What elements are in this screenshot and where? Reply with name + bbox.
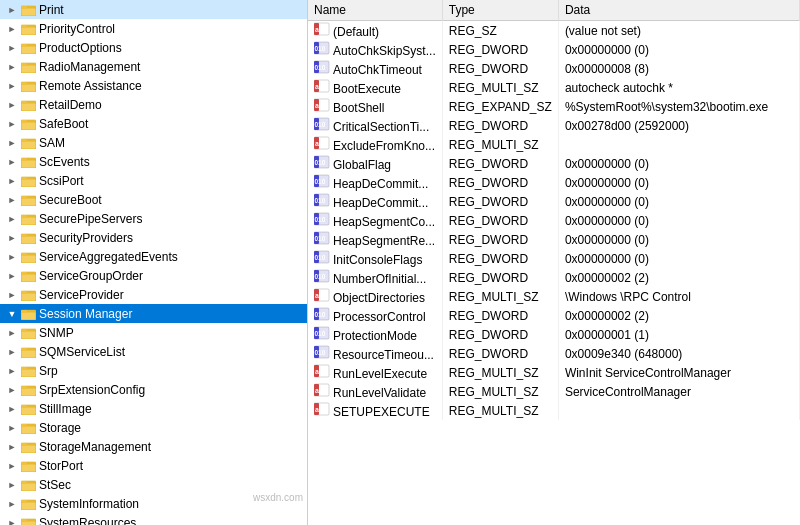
tree-item[interactable]: ► SecurePipeServers [0,209,307,228]
tree-item-label: ScEvents [39,155,90,169]
expand-icon[interactable]: ► [4,97,20,113]
folder-icon [20,439,36,455]
expand-icon[interactable]: ► [4,230,20,246]
folder-icon [20,306,36,322]
table-row[interactable]: 010 CriticalSectionTi...REG_DWORD0x00278… [308,116,800,135]
svg-rect-134 [21,500,27,503]
value-name-text: HeapDeCommit... [333,177,428,191]
expand-icon[interactable]: ► [4,21,20,37]
table-row[interactable]: ab SETUPEXECUTEREG_MULTI_SZ [308,401,800,420]
table-row[interactable]: ab ObjectDirectoriesREG_MULTI_SZ\Windows… [308,287,800,306]
tree-item[interactable]: ► ServiceAggregatedEvents [0,247,307,266]
tree-item[interactable]: ► Srp [0,361,307,380]
column-header[interactable]: Data [558,0,799,21]
tree-item[interactable]: ▼ Session Manager [0,304,307,323]
tree-item[interactable]: ► SAM [0,133,307,152]
tree-item-label: SQMServiceList [39,345,125,359]
svg-rect-114 [21,424,27,427]
tree-item[interactable]: ► PriorityControl [0,19,307,38]
table-row[interactable]: 010 HeapDeCommit...REG_DWORD0x00000000 (… [308,192,800,211]
value-data: 0x00000000 (0) [558,249,799,268]
expand-icon[interactable]: ► [4,59,20,75]
value-data: autocheck autochk * [558,78,799,97]
tree-item[interactable]: ► Storage [0,418,307,437]
tree-item[interactable]: ► ScsiPort [0,171,307,190]
value-type: REG_EXPAND_SZ [442,97,558,116]
value-name: 010 GlobalFlag [308,154,442,173]
table-row[interactable]: ab (Default)REG_SZ(value not set) [308,21,800,41]
svg-text:010: 010 [315,178,326,185]
tree-pane[interactable]: ► Print► PriorityControl► ProductOptions… [0,0,308,525]
tree-item[interactable]: ► Remote Assistance [0,76,307,95]
table-row[interactable]: 010 AutoChkTimeoutREG_DWORD0x00000008 (8… [308,59,800,78]
tree-item[interactable]: ► ScEvents [0,152,307,171]
tree-item[interactable]: ► ProductOptions [0,38,307,57]
expand-icon[interactable]: ► [4,249,20,265]
expand-icon[interactable]: ► [4,477,20,493]
tree-item[interactable]: ► StillImage [0,399,307,418]
tree-item[interactable]: ► SecurityProviders [0,228,307,247]
tree-item[interactable]: ► SNMP [0,323,307,342]
tree-item[interactable]: ► ServiceProvider [0,285,307,304]
folder-icon [20,287,36,303]
table-row[interactable]: ab RunLevelValidateREG_MULTI_SZServiceCo… [308,382,800,401]
table-row[interactable]: 010 ProcessorControlREG_DWORD0x00000002 … [308,306,800,325]
expand-icon[interactable]: ► [4,154,20,170]
column-header[interactable]: Type [442,0,558,21]
table-row[interactable]: ab BootExecuteREG_MULTI_SZautocheck auto… [308,78,800,97]
table-row[interactable]: 010 NumberOfInitial...REG_DWORD0x0000000… [308,268,800,287]
value-name: 010 CriticalSectionTi... [308,116,442,135]
tree-item-label: ScsiPort [39,174,84,188]
expand-icon[interactable]: ► [4,2,20,18]
value-name: 010 ResourceTimeou... [308,344,442,363]
tree-item[interactable]: ► SrpExtensionConfig [0,380,307,399]
folder-icon [20,59,36,75]
tree-item[interactable]: ► Print [0,0,307,19]
expand-icon[interactable]: ▼ [4,306,20,322]
expand-icon[interactable]: ► [4,40,20,56]
table-row[interactable]: ab BootShellREG_EXPAND_SZ%SystemRoot%\sy… [308,97,800,116]
expand-icon[interactable]: ► [4,458,20,474]
expand-icon[interactable]: ► [4,135,20,151]
tree-item[interactable]: ► SystemResources [0,513,307,525]
expand-icon[interactable]: ► [4,344,20,360]
table-row[interactable]: 010 InitConsoleFlagsREG_DWORD0x00000000 … [308,249,800,268]
tree-item[interactable]: ► SafeBoot [0,114,307,133]
table-row[interactable]: 010 GlobalFlagREG_DWORD0x00000000 (0) [308,154,800,173]
expand-icon[interactable]: ► [4,116,20,132]
tree-item[interactable]: ► SecureBoot [0,190,307,209]
table-row[interactable]: 010 ProtectionModeREG_DWORD0x00000001 (1… [308,325,800,344]
tree-item[interactable]: ► StorageManagement [0,437,307,456]
expand-icon[interactable]: ► [4,515,20,526]
table-row[interactable]: ab RunLevelExecuteREG_MULTI_SZWinInit Se… [308,363,800,382]
expand-icon[interactable]: ► [4,192,20,208]
expand-icon[interactable]: ► [4,420,20,436]
tree-item[interactable]: ► StorPort [0,456,307,475]
table-row[interactable]: 010 AutoChkSkipSyst...REG_DWORD0x0000000… [308,40,800,59]
table-row[interactable]: 010 HeapSegmentRe...REG_DWORD0x00000000 … [308,230,800,249]
expand-icon[interactable]: ► [4,173,20,189]
tree-item[interactable]: ► RetailDemo [0,95,307,114]
expand-icon[interactable]: ► [4,401,20,417]
values-scroll[interactable]: NameTypeData ab (Default)REG_SZ(value no… [308,0,800,525]
table-row[interactable]: 010 ResourceTimeou...REG_DWORD0x0009e340… [308,344,800,363]
table-row[interactable]: 010 HeapDeCommit...REG_DWORD0x00000000 (… [308,173,800,192]
table-row[interactable]: 010 HeapSegmentCo...REG_DWORD0x00000000 … [308,211,800,230]
svg-rect-42 [21,160,36,168]
table-row[interactable]: ab ExcludeFromKno...REG_MULTI_SZ [308,135,800,154]
expand-icon[interactable]: ► [4,439,20,455]
tree-item[interactable]: ► RadioManagement [0,57,307,76]
tree-item[interactable]: ► ServiceGroupOrder [0,266,307,285]
expand-icon[interactable]: ► [4,363,20,379]
expand-icon[interactable]: ► [4,287,20,303]
expand-icon[interactable]: ► [4,268,20,284]
expand-icon[interactable]: ► [4,382,20,398]
column-header[interactable]: Name [308,0,442,21]
expand-icon[interactable]: ► [4,78,20,94]
tree-item[interactable]: ► SQMServiceList [0,342,307,361]
value-data: 0x00278d00 (2592000) [558,116,799,135]
expand-icon[interactable]: ► [4,325,20,341]
expand-icon[interactable]: ► [4,496,20,512]
tree-item-label: StSec [39,478,71,492]
expand-icon[interactable]: ► [4,211,20,227]
